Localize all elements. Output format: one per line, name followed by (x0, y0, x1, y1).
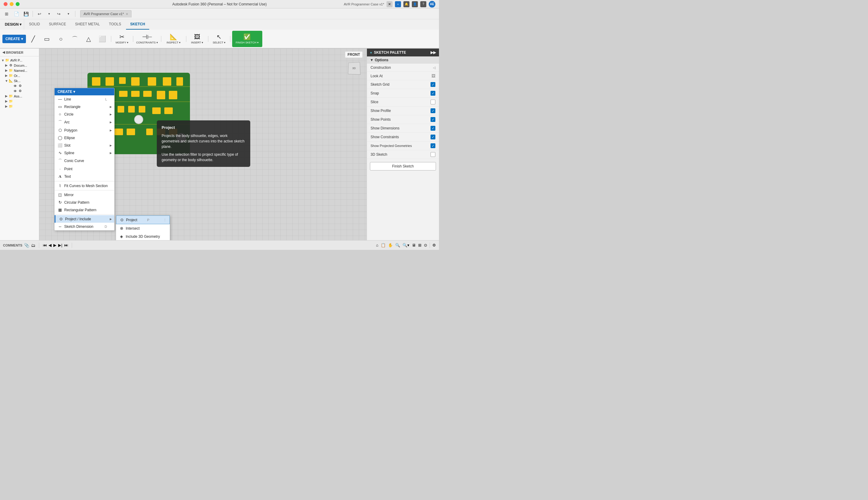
arc-tool[interactable]: ⌒ (68, 31, 81, 47)
line-tool[interactable]: ╱ (26, 31, 40, 47)
pcb-pad (119, 77, 126, 84)
tree-item[interactable]: ▶ 📁 Named... (0, 68, 39, 73)
tree-item[interactable]: ▶ 📁 Ass... (0, 93, 39, 99)
play-first-button[interactable]: ⏮ (43, 243, 47, 248)
view-zoom-icon[interactable]: 🔍 (395, 243, 400, 248)
menu-item-arc[interactable]: ⌒ Arc (55, 118, 114, 126)
menu-item-sketch-dimension[interactable]: ↔ Sketch Dimension D (55, 223, 114, 230)
account-icon[interactable]: 👤 (412, 1, 418, 7)
notifications-icon[interactable]: 🔔 (403, 1, 409, 7)
nav-cube[interactable]: 3D (345, 58, 364, 76)
undo-icon[interactable]: ↩ (35, 10, 44, 18)
menu-item-point[interactable]: · Point (55, 165, 114, 173)
tree-item[interactable]: ▶ 📁 (0, 99, 39, 104)
palette-expand-icon[interactable]: ▶▶ (431, 50, 436, 55)
tree-item[interactable]: ▼ 📁 AVR P... (0, 58, 39, 63)
menu-item-project-include[interactable]: ⊙ Project / Include ⊙ Project P ⋮ ⊗ (55, 215, 114, 223)
section-collapse-icon[interactable]: ▼ (370, 58, 374, 62)
show-projected-checkbox[interactable]: ✓ (431, 143, 435, 148)
circle-tool[interactable]: ○ (54, 31, 68, 47)
close-tab-icon[interactable]: ✕ (387, 1, 392, 7)
inspect-button[interactable]: 📐 INSPECT ▾ (163, 31, 184, 47)
grid-display-icon[interactable]: ⊞ (418, 243, 422, 248)
menu-item-rectangle[interactable]: ▭ Rectangle (55, 103, 114, 111)
menu-item-slot[interactable]: ⬜ Slot (55, 141, 114, 149)
menu-item-mirror[interactable]: ◫ Mirror (55, 191, 114, 198)
maximize-button[interactable] (16, 2, 20, 6)
insert-button[interactable]: 🖼 INSERT ▾ (188, 31, 206, 47)
view-zoom-dropdown[interactable]: 🔍▾ (402, 243, 409, 248)
constraints-button[interactable]: ⊣⊢ CONSTRAINTS ▾ (135, 31, 159, 47)
sketch-grid-checkbox[interactable]: ✓ (431, 82, 435, 87)
menu-item-fit-curves[interactable]: ⌇ Fit Curves to Mesh Section (55, 182, 114, 190)
close-button[interactable] (4, 2, 8, 6)
grid-icon[interactable]: ⊞ (2, 10, 11, 18)
menu-item-circle[interactable]: ○ Circle (55, 111, 114, 118)
play-back-button[interactable]: ◀ (48, 243, 51, 248)
view-home-icon[interactable]: ⌂ (376, 243, 378, 248)
redo-dropdown-icon[interactable]: ▼ (64, 10, 73, 18)
snap-checkbox[interactable]: ✓ (431, 91, 435, 96)
menu-item-ellipse[interactable]: ◯ Ellipse (55, 134, 114, 141)
tree-item[interactable]: ▶ 📁 (0, 104, 39, 109)
canvas-area[interactable]: ↓ (39, 48, 367, 240)
display-mode-icon[interactable]: 🖥 (412, 243, 416, 248)
save-icon[interactable]: 💾 (22, 10, 30, 18)
view-copy-icon[interactable]: 📋 (381, 243, 386, 248)
create-button[interactable]: CREATE ▾ (2, 35, 26, 43)
file-icon[interactable]: 📄 (12, 10, 21, 18)
3d-sketch-checkbox[interactable] (431, 152, 435, 157)
add-tab-icon[interactable]: ＋ (395, 1, 401, 7)
minimize-button[interactable] (10, 2, 14, 6)
menu-item-line[interactable]: — Line L (55, 95, 114, 103)
view-pan-icon[interactable]: ✋ (388, 243, 393, 248)
submenu-include-3d[interactable]: ◈ Include 3D Geometry (116, 232, 170, 240)
submenu-project[interactable]: ⊙ Project P ⋮ (116, 215, 170, 224)
tree-item[interactable]: ▶ ⚙ Docum... (0, 63, 39, 68)
tab-tools[interactable]: TOOLS (105, 19, 125, 30)
slice-checkbox[interactable] (431, 100, 435, 104)
triangle-tool[interactable]: △ (82, 31, 95, 47)
look-at-icon[interactable]: 🖼 (432, 73, 435, 78)
collapse-icon[interactable]: ◀ (2, 50, 5, 54)
design-dropdown[interactable]: DESIGN ▾ (2, 19, 24, 30)
play-forward-button[interactable]: ▶| (58, 243, 62, 248)
help-icon[interactable]: ? (420, 1, 426, 7)
finish-sketch-toolbar-button[interactable]: ✅ FINISH SKETCH ▾ (232, 31, 262, 47)
menu-item-spline[interactable]: ∿ Spline (55, 149, 114, 157)
show-points-checkbox[interactable]: ✓ (431, 117, 435, 122)
settings-icon[interactable]: ⚙ (432, 243, 436, 248)
select-button[interactable]: ↖ SELECT ▾ (210, 31, 228, 47)
undo-dropdown-icon[interactable]: ▼ (45, 10, 54, 18)
redo-icon[interactable]: ↪ (55, 10, 63, 18)
play-button[interactable]: ▶ (54, 243, 56, 248)
finish-sketch-palette-button[interactable]: Finish Sketch (370, 162, 436, 170)
comments-filter-icon[interactable]: 🗂 (31, 243, 35, 248)
play-last-button[interactable]: ⏭ (64, 243, 68, 248)
comments-add-icon[interactable]: 📎 (24, 243, 29, 248)
tree-item[interactable]: 👁 ⚙ (0, 88, 39, 93)
tab-sketch[interactable]: SKETCH (126, 19, 149, 30)
menu-item-text[interactable]: A Text (55, 173, 114, 180)
slot-tool[interactable]: ⬜ (96, 31, 109, 47)
tree-item[interactable]: ▼ 📐 Sk... (0, 78, 39, 83)
rect-tool[interactable]: ▭ (40, 31, 54, 47)
submenu-intersect[interactable]: ⊗ Intersect (116, 224, 170, 232)
modify-button[interactable]: ✂ MODIFY ▾ (113, 31, 131, 47)
tab-surface[interactable]: SURFACE (45, 19, 70, 30)
tree-item[interactable]: ▶ 📁 Or... (0, 73, 39, 78)
tree-item[interactable]: 👁 ⚙ (0, 83, 39, 88)
file-tab[interactable]: AVR Programmer Case v1* ✕ (80, 10, 131, 18)
menu-item-circular-pattern[interactable]: ↻ Circular Pattern (55, 198, 114, 206)
menu-item-polygon[interactable]: ⬡ Polygon (55, 126, 114, 134)
file-tab-close[interactable]: ✕ (126, 12, 128, 16)
show-dimensions-checkbox[interactable]: ✓ (431, 126, 435, 130)
menu-item-conic[interactable]: ⌒ Conic Curve (55, 157, 114, 165)
show-constraints-checkbox[interactable]: ✓ (431, 135, 435, 139)
view-options-icon[interactable]: ⊙ (424, 243, 427, 248)
show-profile-checkbox[interactable]: ✓ (431, 108, 435, 113)
tab-solid[interactable]: SOLID (25, 19, 44, 30)
more-options-icon[interactable]: ⋮ (163, 218, 166, 221)
tab-sheet-metal[interactable]: SHEET METAL (71, 19, 104, 30)
menu-item-rect-pattern[interactable]: ▦ Rectangular Pattern (55, 206, 114, 214)
